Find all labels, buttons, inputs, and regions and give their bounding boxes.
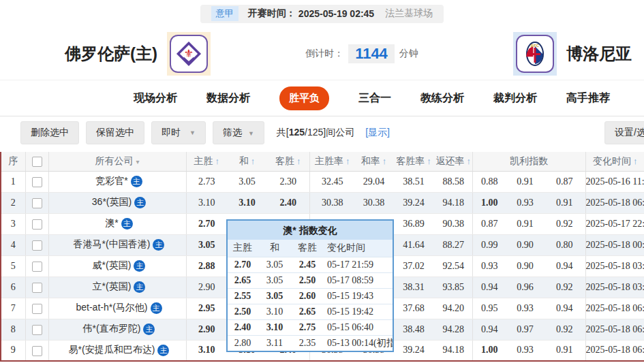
company-name: 威*(英国) <box>93 260 132 271</box>
column-header[interactable]: 变化时间↑ <box>585 152 644 171</box>
select-all-checkbox[interactable] <box>32 157 42 167</box>
trend-icon[interactable]: 主 <box>157 345 169 356</box>
popup-home-odds: 2.70 <box>228 257 258 272</box>
trend-icon[interactable]: 主 <box>134 197 146 208</box>
sort-asc-icon[interactable]: ↑ <box>427 156 431 166</box>
column-header-label: 和率 <box>361 155 380 166</box>
away-rate: 41.64 <box>393 234 435 255</box>
row-checkbox[interactable] <box>32 262 42 272</box>
home-rate: 30.38 <box>309 192 355 213</box>
popup-home-odds: 2.65 <box>228 272 258 288</box>
home-team-name: 佛罗伦萨(主) <box>65 43 157 65</box>
trend-icon[interactable]: 主 <box>134 281 145 293</box>
sort-asc-icon[interactable]: ↑ <box>633 156 638 166</box>
column-header-label: 客胜 <box>275 155 294 166</box>
caret-down-icon: ▼ <box>189 129 196 136</box>
popup-away-odds: 2.50 <box>292 272 323 288</box>
show-link[interactable]: [显示] <box>365 127 390 139</box>
company-cell: bet-at-h*(马尔他)主 <box>48 298 186 319</box>
row-checkbox-cell <box>25 319 48 340</box>
company-name: 立*(英国) <box>93 281 132 292</box>
sort-asc-icon[interactable]: ↑ <box>296 156 301 166</box>
column-header[interactable]: 所有公司▾ <box>48 152 186 171</box>
column-header[interactable]: 返还率↑ <box>435 152 472 171</box>
tab-3[interactable]: 三合一 <box>358 91 391 106</box>
sort-asc-icon[interactable]: ↑ <box>467 156 472 166</box>
column-header[interactable]: 和↑ <box>227 152 267 171</box>
row-checkbox[interactable] <box>32 325 42 335</box>
popup-away-odds: 2.35 <box>292 335 323 351</box>
tab-6[interactable]: 高手推荐 <box>566 91 610 106</box>
column-header-label: 主胜 <box>194 155 213 166</box>
keep-selected-button[interactable]: 保留选中 <box>86 121 144 144</box>
company-name: 36*(英国) <box>92 197 132 208</box>
row-seq: 8 <box>1 319 25 340</box>
odds-change-popup: 澳* 指数变化 主胜和客胜变化时间 2.703.052.4505-17 21:5… <box>226 219 394 352</box>
row-checkbox[interactable] <box>32 304 42 314</box>
kelly-index-2: 0.91 <box>506 171 544 192</box>
kelly-index-3: 0.94 <box>544 298 585 319</box>
company-cell: 香港马*(中国香港)主 <box>48 234 186 255</box>
row-checkbox-cell <box>25 171 48 192</box>
popup-row: 2.553.052.6005-15 19:43 <box>228 288 393 304</box>
kelly-index-3: 0.91 <box>544 340 585 361</box>
trend-icon[interactable]: 主 <box>143 323 155 335</box>
popup-change-time: 05-17 21:59 <box>323 257 393 272</box>
trend-icon[interactable]: 主 <box>121 218 133 230</box>
column-header-label: 主胜率 <box>315 155 343 166</box>
sort-asc-icon[interactable]: ↑ <box>251 156 256 166</box>
settings-button[interactable]: 设置/选择 <box>604 121 644 144</box>
popup-home-odds: 2.40 <box>228 319 258 335</box>
column-header-label: 所有公司 <box>95 155 133 166</box>
company-name: 澳* <box>105 218 118 229</box>
away-rate: 37.02 <box>393 255 435 277</box>
countdown: 倒计时： 1144 分钟 <box>211 44 513 63</box>
realtime-select[interactable]: 即时 ▼ <box>151 121 206 144</box>
company-name: 竞彩官* <box>95 176 127 187</box>
kelly-index-3: 0.92 <box>544 319 585 340</box>
trend-icon[interactable]: 主 <box>153 239 164 251</box>
tab-0[interactable]: 现场分析 <box>134 91 177 106</box>
sort-asc-icon[interactable]: ↑ <box>215 156 220 166</box>
select-all-cell[interactable] <box>25 152 48 171</box>
popup-home-odds: 2.80 <box>228 335 258 351</box>
row-checkbox[interactable] <box>32 240 42 251</box>
company-cell: 36*(英国)主 <box>48 192 186 213</box>
column-header[interactable]: 主胜↑ <box>186 152 227 171</box>
chevron-down-icon[interactable]: ▾ <box>136 158 139 165</box>
row-seq: 2 <box>1 192 25 213</box>
row-checkbox[interactable] <box>32 283 42 293</box>
trend-icon[interactable]: 主 <box>134 260 145 272</box>
sort-asc-icon[interactable]: ↑ <box>346 156 350 166</box>
draw-odds: 3.10 <box>227 192 267 213</box>
trend-icon[interactable]: 主 <box>151 302 162 314</box>
row-checkbox-cell <box>25 255 48 277</box>
row-checkbox[interactable] <box>32 177 42 187</box>
sort-asc-icon[interactable]: ↑ <box>382 156 387 166</box>
tab-4[interactable]: 教练分析 <box>420 91 464 106</box>
company-cell: 伟*(直布罗陀)主 <box>48 319 186 340</box>
tab-2-active[interactable]: 胜平负 <box>279 86 329 110</box>
row-checkbox[interactable] <box>32 346 42 356</box>
column-header[interactable]: 客胜↑ <box>267 152 309 171</box>
popup-row: 2.803.112.3505-13 00:14(初指) <box>228 335 393 351</box>
row-checkbox-cell <box>25 340 48 361</box>
delete-selected-button[interactable]: 删除选中 <box>20 121 79 144</box>
row-checkbox[interactable] <box>32 198 42 208</box>
column-header[interactable]: 客胜率↑ <box>393 152 435 171</box>
row-checkbox[interactable] <box>32 219 42 230</box>
kelly-index-3: 0.87 <box>544 171 585 192</box>
column-header[interactable]: 和率↑ <box>355 152 393 171</box>
kelly-index-1: 0.99 <box>472 234 506 255</box>
tab-1[interactable]: 数据分析 <box>206 91 250 106</box>
away-team-name: 博洛尼亚 <box>566 43 632 65</box>
column-header[interactable]: 主胜率↑ <box>309 152 355 171</box>
popup-row: 2.653.052.5005-17 08:59 <box>228 272 393 288</box>
filter-button[interactable]: 筛选 ▼ <box>213 121 264 144</box>
kelly-index-1: 1.00 <box>472 192 506 213</box>
tab-5[interactable]: 裁判分析 <box>493 91 537 106</box>
row-checkbox-cell <box>25 298 48 319</box>
trend-icon[interactable]: 主 <box>131 176 142 187</box>
kelly-index-3: 0.92 <box>544 277 585 298</box>
popup-column-header: 和 <box>258 240 292 257</box>
